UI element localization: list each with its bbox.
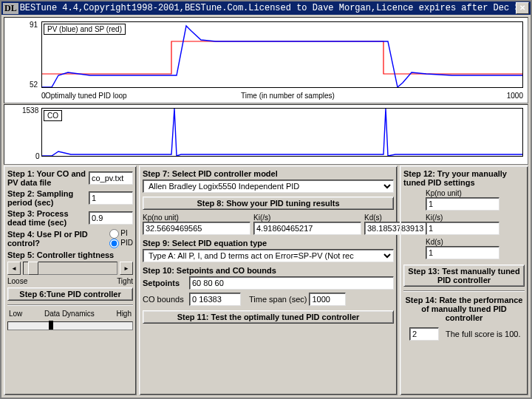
step2-label: Step 2: Sampling period (sec) [7, 189, 86, 207]
slider-left-button[interactable]: ◄ [7, 262, 21, 275]
step12-label: Step 12: Try your manually tuned PID set… [403, 169, 525, 187]
step7-label: Step 7: Select PID controller model [143, 169, 394, 178]
app-logo: DL [3, 3, 18, 14]
ki-output[interactable] [253, 222, 361, 235]
titlebar: DL BESTune 4.4,Copyright1998-2001,BESTun… [1, 1, 531, 15]
step1-label: Step 1: Your CO and PV data file [7, 169, 86, 187]
slider-right-button[interactable]: ► [120, 262, 133, 275]
pv-sp-plot-inner: PV (blue) and SP (red) [41, 21, 523, 88]
ki-label: Ki(/s) [253, 214, 361, 222]
co-chart: 1538 0 CO [4, 104, 528, 165]
chart-legend-bot: CO [44, 110, 62, 121]
m-kp-label: Kp(no unit) [426, 189, 525, 197]
step11-button[interactable]: Step 11: Test the optimally tuned PID co… [143, 310, 394, 324]
score-note: The full score is 100. [446, 330, 521, 338]
y-axis-top-max: 91 [30, 21, 38, 29]
radio-pi[interactable]: PI [109, 229, 133, 239]
content-area: 91 52 PV (blue) and SP (red) 0 Optimally… [1, 15, 531, 398]
left-panel: Step 1: Your CO and PV data file Step 2:… [4, 166, 137, 395]
y-axis-top-min: 52 [30, 81, 38, 89]
m-kd-input[interactable] [426, 246, 499, 259]
slider-high-label: Tight [117, 277, 133, 285]
co-plot-inner: CO [41, 108, 523, 157]
dynamics-gauge [7, 321, 133, 330]
step2-input[interactable] [89, 191, 133, 205]
pv-sp-chart: 91 52 PV (blue) and SP (red) 0 Optimally… [4, 17, 528, 103]
gauge-mark [49, 321, 53, 330]
slider-thumb[interactable] [28, 262, 38, 275]
chart-svg-bot [42, 109, 522, 156]
radio-pid[interactable]: PID [109, 239, 133, 248]
step5-label: Step 5: Controller tightness [7, 250, 133, 259]
x-axis-max: 1000 [507, 92, 523, 100]
step14-label: Step 14: Rate the performance of manuall… [403, 296, 525, 322]
chart-caption-mid: Time (in number of samples) [241, 92, 335, 100]
slider-low-label: Loose [7, 277, 27, 285]
kp-output[interactable] [143, 222, 250, 235]
y-axis-bot-min: 0 [35, 152, 40, 160]
app-window: DL BESTune 4.4,Copyright1998-2001,BESTun… [0, 0, 532, 399]
kp-label: Kp(no unit) [143, 214, 250, 222]
chart-legend-top: PV (blue) and SP (red) [44, 24, 126, 35]
step4-label: Step 4: Use PI or PID control? [7, 230, 107, 248]
mid-panel: Step 7: Select PID controller model Alle… [139, 166, 398, 395]
divider-right [403, 290, 525, 292]
step1-input[interactable] [89, 171, 133, 185]
close-icon: ✕ [519, 4, 525, 12]
step5-slider[interactable]: ◄ ► [7, 262, 133, 275]
cobounds-input[interactable] [189, 293, 241, 306]
close-button[interactable]: ✕ [516, 2, 529, 14]
step8-button[interactable]: Step 8: Show your PID tuning results [143, 197, 394, 210]
step13-button[interactable]: Step 13: Test manually tuned PID control… [403, 265, 525, 287]
y-axis-bot-max: 1538 [22, 106, 38, 115]
m-kd-label: Kd(s) [426, 238, 525, 246]
gauge-mid: Data Dynamics [44, 310, 95, 318]
step9-label: Step 9: Select PID equation type [143, 239, 394, 248]
slider-track[interactable] [23, 262, 117, 275]
gauge-high: High [116, 310, 132, 318]
timespan-input[interactable] [309, 293, 346, 306]
right-panel: Step 12: Try your manually tuned PID set… [400, 166, 528, 395]
panels-row: Step 1: Your CO and PV data file Step 2:… [4, 166, 528, 395]
score-input[interactable] [409, 327, 439, 341]
step7-select[interactable]: Allen Bradley Logix5550 Independent PID [143, 180, 394, 193]
divider [7, 304, 133, 306]
step3-label: Step 3: Process dead time (sec) [7, 209, 86, 227]
cobounds-label: CO bounds [143, 295, 187, 304]
m-ki-label: Ki(/s) [426, 214, 525, 222]
step3-input[interactable] [89, 211, 133, 225]
setpoints-input[interactable] [189, 276, 394, 290]
step10-label: Step 10: Setpoints and CO bounds [143, 266, 394, 275]
window-title: BESTune 4.4,Copyright1998-2001,BESTune.C… [20, 3, 516, 13]
timespan-label: Time span (sec) [249, 295, 307, 304]
step6-button[interactable]: Step 6:Tune PID controller [7, 287, 133, 301]
gauge-low: Low [9, 310, 22, 318]
setpoints-label: Setpoints [143, 279, 187, 287]
chart-caption-left: Optimally tuned PID loop [45, 92, 127, 100]
m-ki-input[interactable] [426, 222, 499, 235]
m-kp-input[interactable] [426, 197, 499, 211]
step9-select[interactable]: Type A: All P, I, and D terms act on Err… [143, 249, 394, 262]
